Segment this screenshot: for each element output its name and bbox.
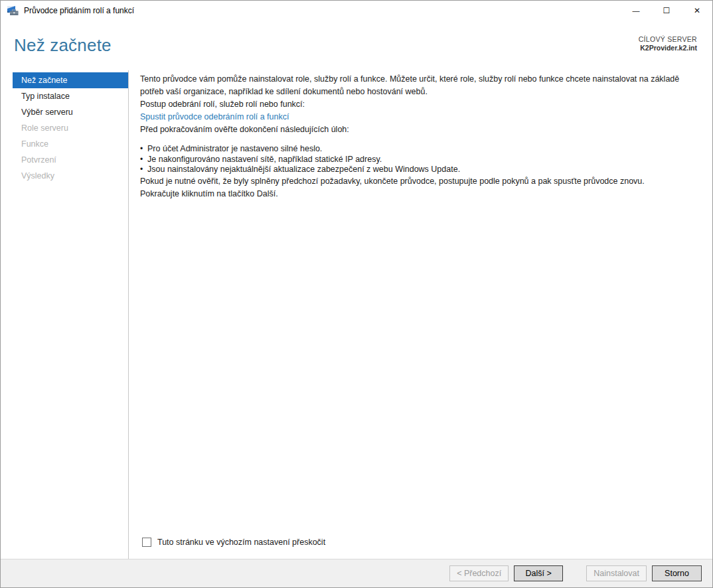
sidebar-item-funkce: Funkce bbox=[13, 136, 128, 152]
tasks-heading: Před pokračováním ověřte dokončení násle… bbox=[140, 123, 698, 136]
minimize-button[interactable]: — bbox=[621, 1, 651, 21]
cancel-button[interactable]: Storno bbox=[652, 565, 702, 581]
wizard-window: Průvodce přidáním rolí a funkcí — ☐ ✕ Ne… bbox=[0, 0, 713, 588]
wizard-steps-nav: Než začnete Typ instalace Výběr serveru … bbox=[13, 72, 128, 184]
continue-hint: Pokračujte kliknutím na tlačítko Další. bbox=[140, 188, 698, 200]
next-button[interactable]: Další > bbox=[514, 565, 563, 581]
task-text: Je nakonfigurováno nastavení sítě, napří… bbox=[147, 155, 382, 165]
sidebar-item-typ-instalace[interactable]: Typ instalace bbox=[13, 88, 128, 104]
maximize-button[interactable]: ☐ bbox=[651, 1, 682, 21]
task-text: Pro účet Administrator je nastaveno siln… bbox=[147, 144, 322, 155]
tasks-list: • Pro účet Administrator je nastaveno si… bbox=[140, 144, 698, 175]
add-roles-wizard-icon bbox=[7, 5, 19, 16]
sidebar-item-role-serveru: Role serveru bbox=[13, 120, 128, 136]
install-button: Nainstalovat bbox=[586, 565, 647, 581]
bullet-icon: • bbox=[140, 165, 147, 175]
bullet-icon: • bbox=[140, 144, 147, 155]
skip-page-checkbox-label[interactable]: Tuto stránku ve výchozím nastavení přesk… bbox=[157, 538, 325, 547]
previous-button: < Předchozí bbox=[449, 565, 509, 581]
target-server-name: K2Provider.k2.int bbox=[639, 44, 697, 52]
remove-roles-label: Postup odebrání rolí, služeb rolí nebo f… bbox=[140, 98, 698, 111]
skip-page-checkbox[interactable] bbox=[142, 538, 151, 547]
list-item: • Pro účet Administrator je nastaveno si… bbox=[140, 144, 698, 155]
page-title: Než začnete bbox=[14, 35, 112, 56]
skip-page-row[interactable]: Tuto stránku ve výchozím nastavení přesk… bbox=[142, 538, 325, 547]
sidebar-divider bbox=[128, 70, 129, 560]
list-item: • Jsou nainstalovány nejaktuálnější aktu… bbox=[140, 165, 698, 175]
sidebar-item-vysledky: Výsledky bbox=[13, 168, 128, 184]
sidebar-item-potvrzeni: Potvrzení bbox=[13, 152, 128, 168]
list-item: • Je nakonfigurováno nastavení sítě, nap… bbox=[140, 155, 698, 165]
close-button[interactable]: ✕ bbox=[682, 1, 712, 21]
sidebar-item-vyber-serveru[interactable]: Výběr serveru bbox=[13, 104, 128, 120]
intro-paragraph: Tento průvodce vám pomůže nainstalovat r… bbox=[140, 70, 698, 98]
target-server-info: CÍLOVÝ SERVER K2Provider.k2.int bbox=[639, 35, 697, 52]
target-server-label: CÍLOVÝ SERVER bbox=[639, 35, 697, 44]
task-text: Jsou nainstalovány nejaktuálnější aktual… bbox=[147, 165, 460, 175]
wizard-page-content: Tento průvodce vám pomůže nainstalovat r… bbox=[140, 70, 698, 200]
wizard-footer: < Předchozí Další > Nainstalovat Storno bbox=[1, 559, 712, 587]
title-bar: Průvodce přidáním rolí a funkcí — ☐ ✕ bbox=[1, 1, 712, 21]
sidebar-item-nez-zacnete[interactable]: Než začnete bbox=[13, 72, 128, 88]
start-remove-wizard-link[interactable]: Spustit průvodce odebráním rolí a funkcí bbox=[140, 112, 289, 121]
window-title: Průvodce přidáním rolí a funkcí bbox=[24, 6, 134, 15]
prerequisites-note: Pokud je nutné ověřit, že byly splněny p… bbox=[140, 175, 698, 188]
bullet-icon: • bbox=[140, 155, 147, 165]
